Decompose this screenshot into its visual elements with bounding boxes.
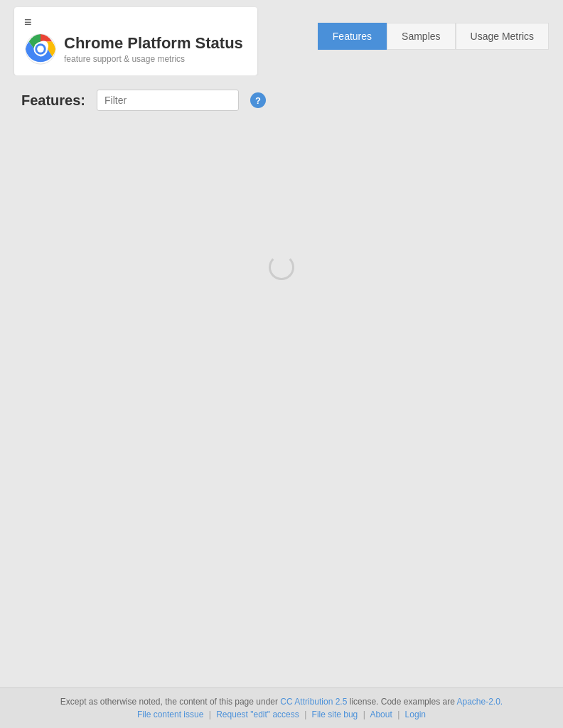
- brand-text-group: Chrome Platform Status feature support &…: [64, 34, 243, 64]
- tab-usage-metrics[interactable]: Usage Metrics: [456, 23, 549, 50]
- footer-link-file-bug[interactable]: File site bug: [312, 710, 358, 719]
- main-content: Features: ?: [0, 75, 563, 687]
- footer-sep-1: |: [209, 710, 211, 719]
- features-label: Features:: [21, 92, 85, 109]
- help-icon[interactable]: ?: [250, 92, 266, 108]
- chrome-logo-icon: [24, 33, 57, 65]
- footer-license-line: Except as otherwise noted, the content o…: [14, 697, 549, 707]
- brand-title: Chrome Platform Status: [64, 34, 243, 53]
- footer-link-request-edit[interactable]: Request "edit" access: [216, 710, 299, 719]
- footer-links-line: File content issue | Request "edit" acce…: [14, 710, 549, 719]
- brand-subtitle: feature support & usage metrics: [64, 54, 243, 64]
- footer-link-file-issue[interactable]: File content issue: [137, 710, 203, 719]
- footer-apache-link[interactable]: Apache-2.0.: [456, 697, 503, 707]
- footer-cc-link[interactable]: CC Attribution 2.5: [280, 697, 347, 707]
- footer-sep-2: |: [304, 710, 306, 719]
- menu-icon[interactable]: ≡: [24, 16, 243, 28]
- svg-point-3: [37, 46, 44, 53]
- header-wrapper: ≡ Chrome Platform Status: [0, 0, 563, 75]
- loading-container: [21, 125, 542, 410]
- footer-link-login[interactable]: Login: [405, 710, 426, 719]
- nav-tabs: Features Samples Usage Metrics: [318, 7, 549, 50]
- footer-sep-4: |: [397, 710, 400, 719]
- loading-spinner: [269, 255, 294, 280]
- footer-sep-3: |: [363, 710, 365, 719]
- header-card: ≡ Chrome Platform Status: [14, 7, 257, 75]
- filter-input[interactable]: [97, 90, 239, 111]
- tab-samples[interactable]: Samples: [387, 23, 455, 50]
- footer-license-mid: license. Code examples are: [350, 697, 455, 707]
- footer-license-text: Except as otherwise noted, the content o…: [60, 697, 278, 707]
- footer: Except as otherwise noted, the content o…: [0, 687, 563, 728]
- footer-link-about[interactable]: About: [370, 710, 392, 719]
- tab-features[interactable]: Features: [318, 23, 387, 50]
- features-header: Features: ?: [21, 90, 542, 111]
- header-brand: Chrome Platform Status feature support &…: [24, 33, 243, 65]
